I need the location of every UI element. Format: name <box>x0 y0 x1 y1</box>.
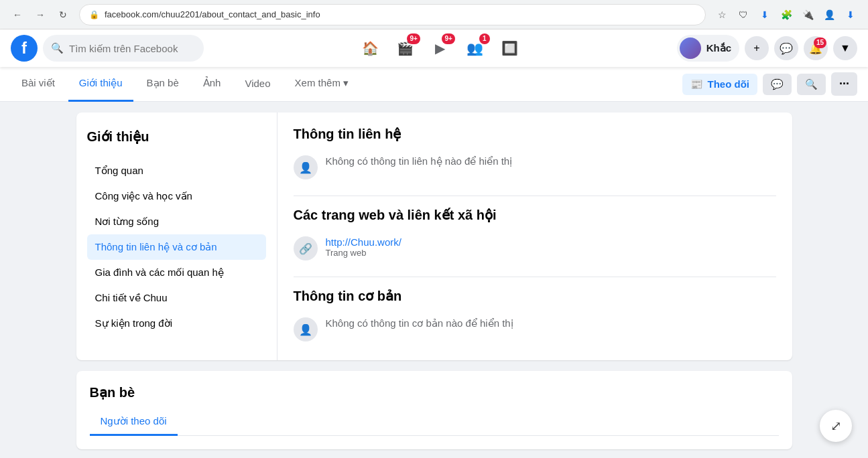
user-pill[interactable]: Khắc <box>677 35 739 62</box>
basic-no-info: Không có thông tin cơ bản nào để hiển th… <box>326 317 513 329</box>
url-text: facebook.com/chuu2201/about_contact_and_… <box>105 9 320 19</box>
menu-nav-button[interactable]: 🔲 <box>494 32 526 64</box>
search-icon: 🔍 <box>805 78 818 90</box>
subscribe-icon: 📰 <box>690 78 703 90</box>
browser-bar: ← → ↻ 🔒 facebook.com/chuu2201/about_cont… <box>0 0 868 29</box>
notification-badge: 15 <box>814 37 826 48</box>
tab-video[interactable]: Video <box>234 67 281 102</box>
user-name: Khắc <box>706 42 731 54</box>
browser-actions: ☆ 🛡 ⬇ 🧩 🔌 👤 ⬇ <box>712 5 860 24</box>
contact-no-info: Không có thông tin liên hệ nào để hiển t… <box>326 155 513 167</box>
sidebar-item-sukien[interactable]: Sự kiện trong đời <box>87 311 266 336</box>
fab-icon: ⤢ <box>830 418 842 434</box>
basic-info-item: 👤 Không có thông tin cơ bản nào để hiển … <box>294 312 776 347</box>
friends-card: Bạn bè Người theo dõi <box>76 371 792 449</box>
extension-button[interactable]: 🧩 <box>777 5 796 24</box>
forward-button[interactable]: → <box>31 5 50 24</box>
puzzle-button[interactable]: 🔌 <box>798 5 817 24</box>
tab-gioithieu[interactable]: Giới thiệu <box>68 67 133 102</box>
website-section-title: Các trang web và liên kết xã hội <box>294 207 776 223</box>
sidebar-item-noitungsong[interactable]: Nơi từng sống <box>87 209 266 234</box>
messenger-icon: 💬 <box>771 78 784 90</box>
avatar <box>680 37 701 59</box>
account-button[interactable]: ▼ <box>833 36 857 60</box>
refresh-button[interactable]: ↻ <box>54 5 72 24</box>
nav-center: 🏠 🎬 9+ ▶ 9+ 👥 1 🔲 <box>209 32 672 64</box>
download2-button[interactable]: ⬇ <box>841 5 860 24</box>
contact-text: Không có thông tin liên hệ nào để hiển t… <box>326 155 513 167</box>
home-icon: 🏠 <box>362 40 379 56</box>
video-badge: 9+ <box>407 33 420 44</box>
download-button[interactable]: ⬇ <box>755 5 774 24</box>
sidebar-item-giadinh[interactable]: Gia đình và các mối quan hệ <box>87 260 266 285</box>
about-sidebar-title: Giới thiệu <box>87 123 266 150</box>
back-button[interactable]: ← <box>8 5 27 24</box>
messenger-profile-button[interactable]: 💬 <box>763 74 792 95</box>
about-sidebar: Giới thiệu Tổng quan Công việc và học vấ… <box>76 112 277 360</box>
watch-badge: 9+ <box>442 33 454 44</box>
contact-icon: 👤 <box>294 155 318 179</box>
tab-banbe[interactable]: Bạn bè <box>136 67 190 102</box>
sidebar-item-tonquan[interactable]: Tổng quan <box>87 158 266 183</box>
contact-info-item: 👤 Không có thông tin liên hệ nào để hiển… <box>294 150 776 185</box>
link-icon: 🔗 <box>294 236 318 260</box>
bookmark-button[interactable]: ☆ <box>712 5 731 24</box>
messenger-button[interactable]: 💬 <box>774 36 798 60</box>
facebook-header: f 🔍 🏠 🎬 9+ ▶ 9+ 👥 1 🔲 Khắc + 💬 <box>0 29 868 67</box>
more-profile-button[interactable]: ··· <box>831 72 857 96</box>
address-bar[interactable]: 🔒 facebook.com/chuu2201/about_contact_an… <box>79 4 706 25</box>
sidebar-item-chitietchuu[interactable]: Chi tiết về Chuu <box>87 285 266 311</box>
friends-tabs: Người theo dõi <box>90 408 779 436</box>
friends-badge: 1 <box>479 33 490 44</box>
search-input[interactable] <box>69 43 196 54</box>
nav-right: Khắc + 💬 🔔 15 ▼ <box>677 35 857 62</box>
search-icon: 🔍 <box>51 42 64 54</box>
lock-icon: 🔒 <box>89 10 99 19</box>
facebook-logo[interactable]: f <box>11 35 38 62</box>
tab-baiviet[interactable]: Bài viết <box>11 67 66 102</box>
about-card: Giới thiệu Tổng quan Công việc và học vấ… <box>76 112 792 360</box>
tab-anh[interactable]: Ảnh <box>192 67 232 102</box>
basic-text: Không có thông tin cơ bản nào để hiển th… <box>326 317 513 329</box>
divider-2 <box>294 277 776 277</box>
friends-title: Bạn bè <box>90 384 779 400</box>
tab-xemthem[interactable]: Xem thêm ▾ <box>284 67 360 102</box>
website-text: http://Chuu.work/ Trang web <box>326 236 401 258</box>
watch-nav-button[interactable]: ▶ 9+ <box>424 32 456 64</box>
search-box[interactable]: 🔍 <box>43 35 204 62</box>
shield-button[interactable]: 🛡 <box>734 5 753 24</box>
main-content: Giới thiệu Tổng quan Công việc và học vấ… <box>66 112 803 449</box>
browser-controls: ← → ↻ <box>8 5 72 24</box>
contact-section-title: Thông tin liên hệ <box>294 126 776 142</box>
profile-button[interactable]: 👤 <box>820 5 839 24</box>
sidebar-item-congviec[interactable]: Công việc và học vấn <box>87 183 266 209</box>
basic-icon: 👤 <box>294 317 318 341</box>
follow-button[interactable]: 📰 Theo dõi <box>682 74 757 95</box>
website-sub: Trang web <box>326 248 401 258</box>
friends-nav-button[interactable]: 👥 1 <box>459 32 491 64</box>
add-button[interactable]: + <box>745 36 769 60</box>
fab-button[interactable]: ⤢ <box>820 410 852 442</box>
basic-section-title: Thông tin cơ bản <box>294 288 776 304</box>
friends-tab-followers[interactable]: Người theo dõi <box>90 408 178 436</box>
search-profile-button[interactable]: 🔍 <box>797 74 826 95</box>
notifications-button[interactable]: 🔔 15 <box>804 36 828 60</box>
website-info-item: 🔗 http://Chuu.work/ Trang web <box>294 231 776 266</box>
profile-tabs-bar: Bài viết Giới thiệu Bạn bè Ảnh Video Xem… <box>0 67 868 102</box>
video-nav-button[interactable]: 🎬 9+ <box>389 32 422 64</box>
about-main: Thông tin liên hệ 👤 Không có thông tin l… <box>277 112 792 360</box>
menu-icon: 🔲 <box>501 40 518 56</box>
website-link[interactable]: http://Chuu.work/ <box>326 236 401 248</box>
home-nav-button[interactable]: 🏠 <box>355 32 387 64</box>
sidebar-item-thongtin[interactable]: Thông tin liên hệ và cơ bản <box>87 234 266 260</box>
divider-1 <box>294 196 776 196</box>
profile-tab-actions: 📰 Theo dõi 💬 🔍 ··· <box>682 72 857 96</box>
